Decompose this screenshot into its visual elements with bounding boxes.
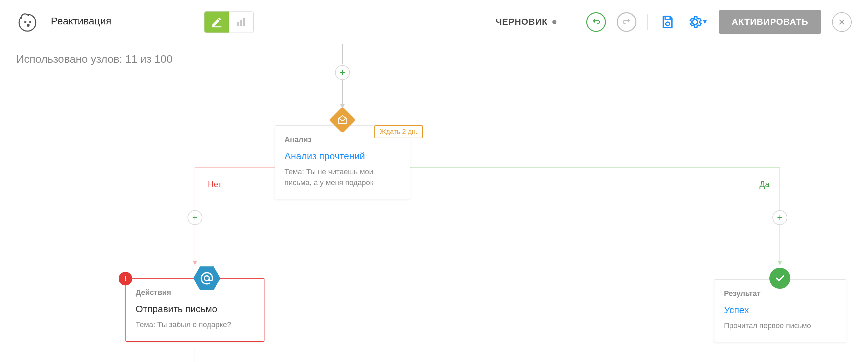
mode-edit-button[interactable] <box>204 12 229 33</box>
analysis-card[interactable]: Ждать 2 дн. Анализ Анализ прочтений Тема… <box>275 125 410 199</box>
add-node-button[interactable]: + <box>772 210 787 225</box>
card-subtitle: Тема: Ты не читаешь мои письма, а у меня… <box>284 166 400 188</box>
flow-canvas[interactable]: Использовано узлов: 11 из 100 + + + Нет … <box>0 44 868 362</box>
mail-open-icon <box>337 115 348 125</box>
svg-point-9 <box>666 22 670 26</box>
undo-button[interactable] <box>586 12 606 32</box>
campaign-title-input[interactable] <box>51 13 193 31</box>
gear-icon <box>688 15 703 29</box>
node-usage-label: Использовано узлов: 11 из 100 <box>16 53 173 65</box>
add-node-button[interactable]: + <box>188 210 202 225</box>
branch-label-yes: Да <box>760 180 770 189</box>
separator <box>647 14 648 30</box>
at-icon <box>199 271 214 286</box>
card-subtitle: Тема: Ты забыл о подарке? <box>136 319 254 330</box>
pencil-icon <box>211 16 222 28</box>
status-label: ЧЕРНОВИК <box>496 17 556 27</box>
close-icon <box>838 18 846 26</box>
svg-rect-6 <box>240 20 242 26</box>
wait-tag: Ждать 2 дн. <box>374 125 423 138</box>
svg-rect-5 <box>237 22 239 26</box>
svg-point-15 <box>204 276 210 281</box>
mode-stats-button[interactable] <box>229 12 253 33</box>
error-badge: ! <box>119 272 132 285</box>
action-card[interactable]: Действия Отправить письмо Тема: Ты забыл… <box>125 278 264 342</box>
status-text: ЧЕРНОВИК <box>496 17 548 27</box>
undo-icon <box>591 17 601 27</box>
check-icon <box>774 273 786 284</box>
chevron-down-icon: ▼ <box>702 18 708 25</box>
activate-button[interactable]: АКТИВИРОВАТЬ <box>719 10 821 34</box>
redo-icon <box>622 17 632 27</box>
bar-chart-icon <box>235 16 247 28</box>
branch-label-no: Нет <box>208 180 222 189</box>
svg-point-2 <box>29 21 31 23</box>
result-node-icon <box>769 268 790 289</box>
mode-toggle <box>204 11 254 33</box>
add-node-button[interactable]: + <box>335 65 350 80</box>
close-button[interactable] <box>832 12 852 32</box>
svg-point-3 <box>27 24 29 26</box>
card-title-link[interactable]: Анализ прочтений <box>284 151 365 162</box>
status-dot-icon <box>552 20 556 24</box>
save-button[interactable] <box>658 13 677 31</box>
redo-button[interactable] <box>617 12 636 32</box>
card-type: Действия <box>136 288 254 297</box>
settings-button[interactable]: ▼ <box>688 13 708 31</box>
card-subtitle: Прочитал первое письмо <box>724 320 836 331</box>
svg-rect-7 <box>243 18 245 26</box>
card-title-link[interactable]: Успех <box>724 305 749 316</box>
card-type: Результат <box>724 289 836 298</box>
svg-rect-8 <box>665 16 670 19</box>
logo <box>16 10 40 34</box>
save-icon <box>660 15 675 29</box>
svg-point-1 <box>24 21 26 23</box>
topbar: ЧЕРНОВИК ▼ АКТИВИРОВАТЬ <box>0 0 868 44</box>
card-title-link[interactable]: Отправить письмо <box>136 304 217 315</box>
